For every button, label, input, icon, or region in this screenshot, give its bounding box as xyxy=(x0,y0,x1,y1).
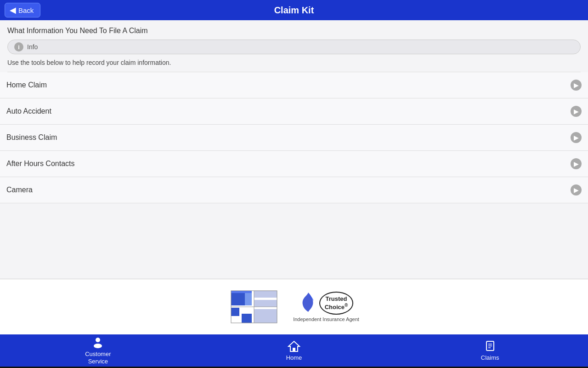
svg-rect-8 xyxy=(254,309,277,323)
info-description: Use the tools below to help record your … xyxy=(7,59,581,72)
menu-item-camera[interactable]: Camera ▶ xyxy=(0,177,588,203)
customer-service-icon xyxy=(91,336,104,349)
abstract-logo-icon xyxy=(229,288,279,325)
logo-area: Trusted Choice® Independent Insurance Ag… xyxy=(0,279,588,334)
svg-point-12 xyxy=(96,338,100,342)
home-nav-icon xyxy=(288,339,300,352)
nav-item-home[interactable]: Home xyxy=(196,334,392,367)
svg-rect-5 xyxy=(245,293,252,305)
trusted-line1: Trusted xyxy=(326,295,347,302)
bird-logo-icon xyxy=(299,292,317,315)
independent-agent-label: Independent Insurance Agent xyxy=(293,316,359,322)
back-button[interactable]: ◀ Back xyxy=(5,3,40,17)
bottom-nav: CustomerService Home Claims xyxy=(0,334,588,367)
trusted-choice-logo: Trusted Choice® Independent Insurance Ag… xyxy=(293,292,359,322)
page-title: What Information You Need To File A Clai… xyxy=(7,27,581,35)
trusted-choice-badge: Trusted Choice® xyxy=(299,292,354,315)
back-arrow-icon: ◀ xyxy=(10,5,16,15)
chevron-right-icon: ▶ xyxy=(571,158,582,169)
menu-item-label: After Hours Contacts xyxy=(6,160,75,168)
svg-rect-7 xyxy=(254,300,277,307)
menu-item-label: Home Claim xyxy=(6,81,47,89)
info-label: Info xyxy=(27,43,38,51)
back-label: Back xyxy=(18,6,34,14)
info-bar: i Info xyxy=(7,40,581,54)
menu-item-label: Auto Accident xyxy=(6,107,51,115)
menu-item-auto-accident[interactable]: Auto Accident ▶ xyxy=(0,98,588,125)
trusted-choice-text-box: Trusted Choice® xyxy=(319,292,354,315)
chevron-right-icon: ▶ xyxy=(571,184,582,196)
empty-spacer xyxy=(0,203,588,279)
menu-item-after-hours-contacts[interactable]: After Hours Contacts ▶ xyxy=(0,151,588,177)
svg-rect-6 xyxy=(254,291,277,298)
nav-item-claims[interactable]: Claims xyxy=(392,334,588,367)
nav-label-claims: Claims xyxy=(481,354,499,362)
info-icon: i xyxy=(14,42,23,52)
trusted-line2: Choice xyxy=(325,304,345,310)
trusted-text: Trusted Choice® xyxy=(325,295,348,311)
nav-label-home: Home xyxy=(286,354,302,362)
svg-rect-3 xyxy=(242,314,252,323)
header-bar: ◀ Back Claim Kit xyxy=(0,0,588,20)
svg-rect-2 xyxy=(231,308,239,316)
header-title: Claim Kit xyxy=(274,5,314,16)
chevron-right-icon: ▶ xyxy=(571,80,582,91)
menu-list: Home Claim ▶ Auto Accident ▶ Business Cl… xyxy=(0,72,588,203)
svg-point-13 xyxy=(94,344,102,348)
menu-item-label: Business Claim xyxy=(6,133,57,142)
content-area: What Information You Need To File A Clai… xyxy=(0,20,588,72)
nav-item-customer-service[interactable]: CustomerService xyxy=(0,334,196,367)
nav-label-customer-service: CustomerService xyxy=(85,351,111,365)
chevron-right-icon: ▶ xyxy=(571,132,582,143)
reg-mark: ® xyxy=(345,303,348,308)
chevron-right-icon: ▶ xyxy=(571,106,582,117)
menu-item-label: Camera xyxy=(6,186,33,194)
menu-item-business-claim[interactable]: Business Claim ▶ xyxy=(0,125,588,151)
svg-rect-4 xyxy=(231,291,252,293)
svg-rect-15 xyxy=(293,348,295,351)
menu-item-home-claim[interactable]: Home Claim ▶ xyxy=(0,72,588,98)
claims-icon xyxy=(484,339,497,352)
